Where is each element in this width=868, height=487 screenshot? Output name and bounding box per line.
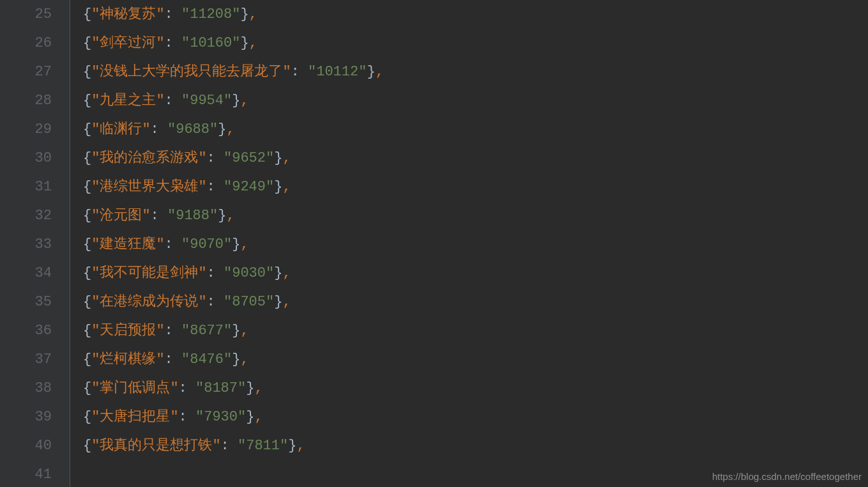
trailing-comma: , [376,64,384,80]
close-brace: } [246,380,254,396]
entry-key: "沧元图" [91,208,150,224]
code-content[interactable]: {"神秘复苏": "11208"},{"剑卒过河": "10160"},{"没钱… [70,0,868,487]
close-brace: } [367,64,375,80]
entry-key: "我的治愈系游戏" [91,150,206,166]
open-brace: { [83,323,91,339]
line-number: 32 [0,201,52,230]
entry-key: "掌门低调点" [91,380,178,396]
colon: : [291,64,308,80]
trailing-comma: , [249,6,257,22]
colon: : [179,380,195,396]
entry-key: "天启预报" [91,323,164,339]
watermark-text: https://blog.csdn.net/coffeetogether [712,471,862,482]
open-brace: { [83,409,91,425]
line-number: 27 [0,58,52,86]
colon: : [221,438,238,454]
open-brace: { [83,438,91,454]
trailing-comma: , [226,208,234,224]
close-brace: } [240,6,248,22]
code-line[interactable]: {"我不可能是剑神": "9030"}, [83,259,868,288]
open-brace: { [83,208,91,224]
colon: : [151,208,167,224]
close-brace: } [218,208,226,224]
trailing-comma: , [254,409,263,425]
open-brace: { [83,64,91,80]
entry-value: "8476" [181,352,232,367]
code-line[interactable]: {"九星之主": "9954"}, [83,86,868,115]
entry-value: "10112" [308,64,367,80]
trailing-comma: , [240,93,248,109]
colon: : [165,323,181,339]
code-line[interactable]: {"神秘复苏": "11208"}, [83,0,868,29]
line-number: 40 [0,431,52,460]
trailing-comma: , [226,121,234,137]
trailing-comma: , [282,265,291,281]
entry-key: "我不可能是剑神" [91,265,206,281]
entry-key: "建造狂魔" [91,236,164,252]
colon: : [165,352,181,367]
open-brace: { [83,93,91,109]
open-brace: { [83,352,91,367]
code-line[interactable]: {"我真的只是想打铁": "7811"}, [83,431,868,460]
colon: : [165,236,181,252]
entry-value: "8705" [224,294,274,310]
code-line[interactable]: {"剑卒过河": "10160"}, [83,29,868,58]
line-number: 38 [0,374,52,403]
entry-value: "9249" [224,179,274,195]
entry-value: "10160" [181,35,240,51]
code-line[interactable]: {"掌门低调点": "8187"}, [83,374,868,403]
code-line[interactable]: {"在港综成为传说": "8705"}, [83,288,868,316]
open-brace: { [83,121,91,137]
close-brace: } [232,236,240,252]
entry-value: "11208" [181,6,240,22]
entry-key: "烂柯棋缘" [91,352,164,367]
entry-value: "9688" [167,121,218,137]
code-line[interactable]: {"大唐扫把星": "7930"}, [83,403,868,431]
open-brace: { [83,150,91,166]
colon: : [207,179,224,195]
entry-value: "7930" [195,409,246,425]
entry-key: "九星之主" [91,93,164,109]
line-number-gutter: 2526272829303132333435363738394041 [0,0,70,487]
colon: : [165,6,181,22]
line-number: 29 [0,115,52,144]
code-editor[interactable]: 2526272829303132333435363738394041 {"神秘复… [0,0,868,487]
open-brace: { [83,35,91,51]
line-number: 30 [0,144,52,173]
line-number: 41 [0,460,52,487]
line-number: 39 [0,403,52,431]
colon: : [207,265,224,281]
entry-key: "我真的只是想打铁" [91,438,220,454]
open-brace: { [83,236,91,252]
colon: : [165,93,181,109]
line-number: 33 [0,230,52,259]
entry-value: "9652" [224,150,274,166]
code-line[interactable]: {"临渊行": "9688"}, [83,115,868,144]
trailing-comma: , [240,323,248,339]
close-brace: } [232,323,240,339]
entry-value: "8677" [181,323,232,339]
entry-value: "7811" [238,438,288,454]
close-brace: } [232,352,240,367]
code-line[interactable]: {"烂柯棋缘": "8476"}, [83,345,868,374]
trailing-comma: , [240,236,248,252]
code-line[interactable]: {"建造狂魔": "9070"}, [83,230,868,259]
line-number: 31 [0,173,52,201]
code-line[interactable]: {"港综世界大枭雄": "9249"}, [83,173,868,201]
entry-key: "在港综成为传说" [91,294,206,310]
close-brace: } [288,438,296,454]
colon: : [151,121,167,137]
open-brace: { [83,265,91,281]
code-line[interactable]: {"天启预报": "8677"}, [83,316,868,345]
colon: : [179,409,195,425]
open-brace: { [83,380,91,396]
code-line[interactable]: {"没钱上大学的我只能去屠龙了": "10112"}, [83,58,868,86]
entry-value: "8187" [195,380,246,396]
code-line[interactable]: {"我的治愈系游戏": "9652"}, [83,144,868,173]
trailing-comma: , [282,294,291,310]
close-brace: } [274,294,282,310]
colon: : [165,35,181,51]
code-line[interactable]: {"沧元图": "9188"}, [83,201,868,230]
open-brace: { [83,6,91,22]
trailing-comma: , [282,179,291,195]
